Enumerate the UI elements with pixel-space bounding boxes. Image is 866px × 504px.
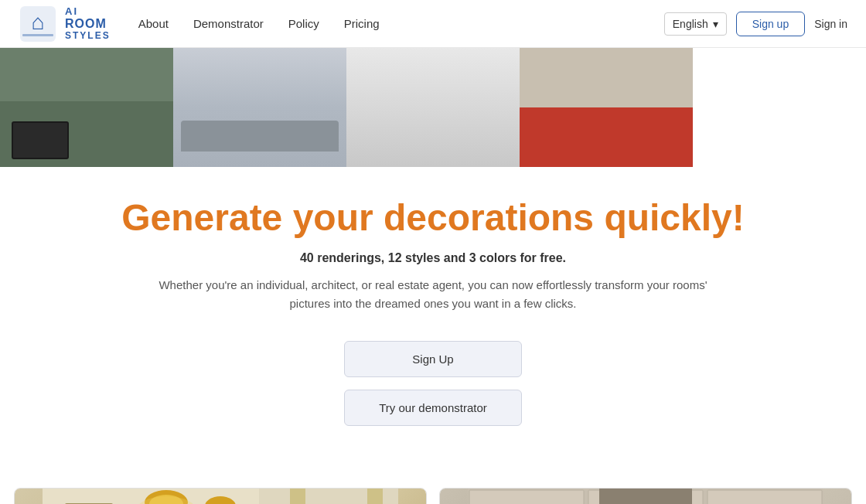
nav-demonstrator[interactable]: Demonstrator [193, 17, 264, 30]
hero-panel-4 [520, 48, 693, 167]
hero-panel-1 [0, 48, 173, 167]
logo-text: AI ROOM STYLES [65, 6, 111, 41]
language-label: English [673, 18, 708, 30]
logo-room-label: ROOM [65, 17, 111, 31]
cta-buttons: Sign Up Try our demonstrator [15, 341, 851, 426]
kitchen-scene [440, 489, 851, 504]
language-selector[interactable]: English ▾ [664, 12, 727, 36]
nav-policy[interactable]: Policy [288, 17, 319, 30]
svg-rect-7 [367, 489, 383, 504]
hero-panel-5 [693, 48, 866, 167]
main-nav: About Demonstrator Policy Pricing [138, 17, 380, 30]
nav-pricing[interactable]: Pricing [344, 17, 380, 30]
main-headline: Generate your decorations quickly! [15, 198, 851, 239]
living-room-scene [15, 489, 426, 504]
main-subheadline: 40 renderings, 12 styles and 3 colors fo… [15, 251, 851, 265]
card-living-room [14, 488, 427, 504]
hero-image-strip [0, 48, 866, 167]
signin-button[interactable]: Sign in [814, 18, 847, 30]
svg-rect-2 [22, 34, 53, 36]
logo-ai-label: AI [65, 6, 111, 17]
signup-button[interactable]: Sign up [736, 12, 805, 36]
header-right: English ▾ Sign up Sign in [664, 12, 847, 36]
demonstrator-cta-button[interactable]: Try our demonstrator [344, 390, 522, 426]
logo[interactable]: ⌂ AI ROOM STYLES [19, 5, 111, 43]
main-description: Whether you're an individual, architect,… [139, 276, 727, 313]
nav-about[interactable]: About [138, 17, 169, 30]
svg-rect-6 [290, 489, 305, 504]
svg-rect-20 [707, 490, 822, 504]
svg-text:⌂: ⌂ [32, 10, 45, 34]
signup-cta-button[interactable]: Sign Up [344, 341, 522, 377]
svg-rect-18 [469, 490, 584, 504]
chevron-down-icon: ▾ [713, 18, 718, 30]
logo-icon: ⌂ [19, 5, 57, 43]
card-kitchen [439, 488, 852, 504]
svg-rect-21 [599, 489, 692, 504]
card-kitchen-image [440, 489, 851, 504]
logo-styles-label: STYLES [65, 31, 111, 41]
bottom-cards-section [0, 488, 866, 504]
hero-panel-2 [173, 48, 346, 167]
hero-panel-3 [346, 48, 520, 167]
main-content: Generate your decorations quickly! 40 re… [0, 167, 866, 488]
header: ⌂ AI ROOM STYLES About Demonstrator Poli… [0, 0, 866, 48]
card-living-image [15, 489, 426, 504]
